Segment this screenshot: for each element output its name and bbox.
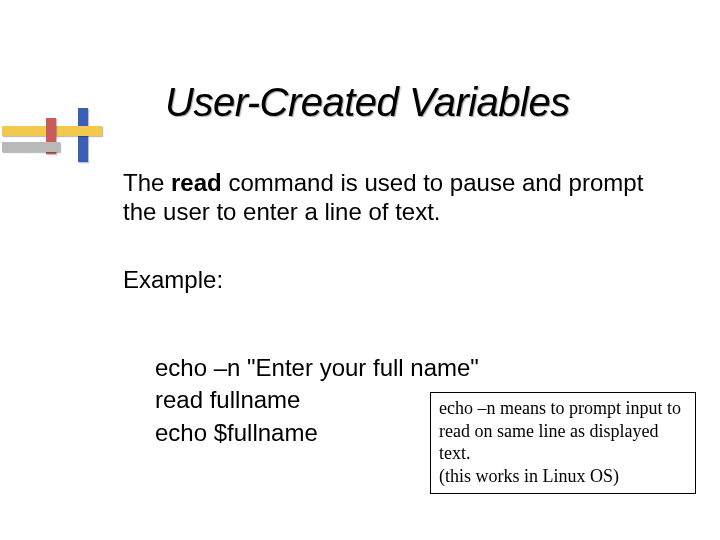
slide-title: User-Created Variables xyxy=(165,80,570,125)
note-box: echo –n means to prompt input to read on… xyxy=(430,392,696,494)
intro-bold: read xyxy=(171,169,222,196)
intro-pre: The xyxy=(123,169,171,196)
code-line-1: echo –n "Enter your full name" xyxy=(155,352,479,384)
title-decoration xyxy=(2,108,122,178)
slide: User-Created Variables The read command … xyxy=(0,0,720,540)
note-parenthetical: (this works in Linux OS) xyxy=(439,466,619,486)
body-text: The read command is used to pause and pr… xyxy=(123,168,663,298)
note-command: echo –n xyxy=(439,398,495,418)
example-label: Example: xyxy=(123,265,663,294)
intro-paragraph: The read command is used to pause and pr… xyxy=(123,168,663,227)
